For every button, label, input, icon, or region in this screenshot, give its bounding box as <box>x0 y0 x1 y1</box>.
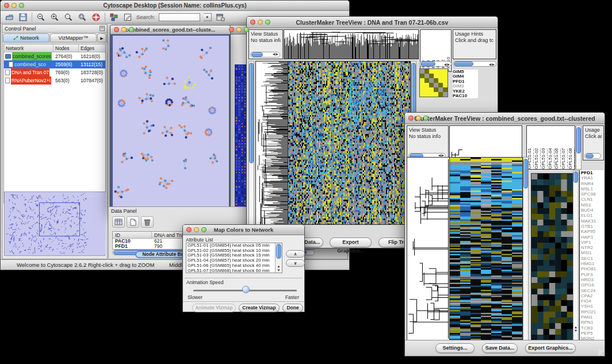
global-heatmap-canvas[interactable] <box>449 157 523 341</box>
import-table-icon[interactable] <box>215 12 225 22</box>
zoom-heatmap-canvas[interactable] <box>531 173 573 341</box>
attribute-select-icon[interactable] <box>112 216 125 228</box>
network-row-dna-tran[interactable]: DNA and Tran 07 769(0) 183728(0) <box>4 68 105 76</box>
attribute-item[interactable]: GPL51-07 (GSM868) heat shock 60 min <box>188 269 282 273</box>
close-button[interactable] <box>114 27 119 32</box>
column-dendrogram-area[interactable] <box>449 125 522 160</box>
scroll-right-icon[interactable]: ▶ <box>276 52 279 56</box>
gene-label[interactable]: RPN1 <box>581 320 604 325</box>
network-row-combined-scores[interactable]: combined_scores 2764(0) 16218(0) <box>4 52 105 60</box>
gene-label[interactable]: YRA1 <box>581 175 604 181</box>
tv2-titlebar[interactable]: ClusterMaker TreeView : combined_scores_… <box>405 113 605 124</box>
help-icon[interactable] <box>91 12 101 22</box>
gene-label[interactable]: HMG1 <box>581 261 604 266</box>
gene-label[interactable]: VIP1 <box>581 240 604 245</box>
gene-label[interactable]: PAC10 <box>453 94 478 98</box>
scroll-right-icon[interactable]: ▶ <box>447 63 450 66</box>
col-nodes[interactable]: Nodes <box>53 44 79 52</box>
tv1-left-vscrollbar[interactable] <box>248 61 254 225</box>
gene-label[interactable]: YSH1 <box>581 304 604 309</box>
delete-attribute-icon[interactable] <box>141 216 154 228</box>
vizmapper-icon[interactable] <box>109 12 119 22</box>
close-button[interactable] <box>229 27 234 32</box>
gene-label[interactable]: KAP95 <box>581 229 604 234</box>
gene-label[interactable]: BUD4 <box>581 208 604 213</box>
annotation-icon[interactable] <box>123 12 133 22</box>
minimize-button[interactable] <box>194 227 199 232</box>
birdseye-view-canvas[interactable] <box>5 192 106 254</box>
minimize-button[interactable] <box>258 20 263 25</box>
dialog-titlebar[interactable]: Map Colors to Network <box>183 225 304 235</box>
gene-label[interactable]: PFD1 <box>581 170 604 175</box>
zoom-button[interactable] <box>265 20 270 25</box>
zoom-out-icon[interactable] <box>36 12 46 22</box>
tv2-labels-vscrollbar[interactable] <box>576 125 582 170</box>
gene-label[interactable]: CPA2 <box>581 293 604 298</box>
col-id[interactable]: ID <box>113 232 152 238</box>
gene-label[interactable]: NTR2 <box>581 245 604 250</box>
gene-list-vscrollbar[interactable]: ▲ ▼ <box>573 170 579 341</box>
tab-network[interactable]: Network <box>3 33 49 43</box>
close-button[interactable] <box>408 116 414 121</box>
create-vizmap-button[interactable]: Create Vizmap <box>239 304 280 312</box>
attribute-item[interactable]: GPL51-06 (GSM865) heat shock 40 min <box>188 263 282 269</box>
gene-label[interactable]: SEC24 <box>581 288 604 293</box>
minimize-button[interactable] <box>12 3 17 8</box>
gene-label[interactable]: RPO21 <box>581 309 604 315</box>
gene-label[interactable]: PHO81 <box>581 266 604 271</box>
gene-label[interactable]: GPI16 <box>581 282 604 288</box>
child1-titlebar[interactable]: combined_scores_good.txt--cluste... <box>110 25 230 35</box>
correlation-submatrix[interactable] <box>419 68 448 97</box>
global-heatmap-canvas[interactable] <box>288 61 411 225</box>
move-down-button[interactable]: ∨ <box>286 259 305 267</box>
save-data-button[interactable]: Save Data... <box>482 343 518 353</box>
settings-button[interactable]: Settings... <box>435 343 475 353</box>
move-up-button[interactable]: ∧ <box>286 250 305 258</box>
col-network[interactable]: Network <box>4 44 53 52</box>
zoom-in-icon[interactable] <box>49 12 60 22</box>
row-dendrogram-canvas[interactable] <box>255 61 288 225</box>
gene-label[interactable]: PEP5 <box>581 331 604 336</box>
gene-label[interactable]: MSL1 <box>581 186 604 191</box>
minimize-button[interactable] <box>121 27 127 32</box>
search-input[interactable] <box>159 13 200 21</box>
network-canvas[interactable] <box>113 36 229 209</box>
row-dendrogram-canvas[interactable] <box>407 157 450 341</box>
tab-overflow-button[interactable]: ▶ <box>97 33 106 43</box>
network-row-rnapuber[interactable]: RNAPuberNov2+I 563(0) 107847(0) <box>4 76 105 85</box>
view-status-scrollbar[interactable]: ◀▶ <box>250 52 280 58</box>
gene-label[interactable]: CLN1 <box>581 197 604 202</box>
scroll-up-icon[interactable]: ▲ <box>277 265 281 269</box>
zoom-button[interactable] <box>19 3 24 8</box>
zoom-selected-icon[interactable] <box>77 12 87 22</box>
scroll-down-icon[interactable]: ▼ <box>574 329 577 332</box>
open-file-icon[interactable] <box>4 12 14 22</box>
gene-label[interactable]: ELG1 <box>581 213 604 218</box>
column-dendrogram-canvas[interactable] <box>284 29 419 59</box>
gene-label[interactable]: RNR4 <box>581 181 604 186</box>
main-titlebar[interactable]: Cytoscape Desktop (Session Name: collins… <box>1 1 349 11</box>
submatrix-hscrollbar[interactable]: ◀▶ <box>419 61 452 67</box>
network-row-selected[interactable]: combined_sco 2569(6) 13112(15) <box>4 60 105 68</box>
zoom-button[interactable] <box>244 27 249 32</box>
attribute-item[interactable]: GPL51-02 (GSM855) heat shock 10 min <box>188 248 282 254</box>
tv2-heatmap-vscrollbar[interactable] <box>523 157 529 341</box>
gene-label[interactable]: GTB1 <box>581 224 604 229</box>
zoom-button[interactable] <box>129 27 134 32</box>
minimize-button[interactable] <box>416 116 421 121</box>
float-panel-icon[interactable] <box>100 26 105 31</box>
network-overview-panel[interactable] <box>4 191 105 256</box>
usage-hints-scrollbar[interactable] <box>584 153 601 159</box>
close-button[interactable] <box>4 3 9 8</box>
export-graphics-button[interactable]: Export Graphics... <box>525 343 576 353</box>
scroll-down-icon[interactable]: ▼ <box>277 269 281 273</box>
gene-label[interactable]: FIG4 <box>581 298 604 304</box>
attribute-list-scrollbar[interactable]: ▲ ▼ <box>275 243 282 273</box>
export-graphics-button[interactable]: Export Graphics... <box>330 237 372 247</box>
attribute-item[interactable]: GPL51-01 (GSM854) heat shock 05 min <box>188 243 282 248</box>
new-attribute-icon[interactable] <box>127 216 139 228</box>
network-list-header[interactable]: Network Nodes Edges <box>4 44 105 52</box>
attribute-item[interactable]: GPL51-03 (GSM856) heat shock 15 min <box>188 253 282 258</box>
search-dropdown-icon[interactable]: ▼ <box>204 13 212 21</box>
col-edges[interactable]: Edges <box>79 44 108 52</box>
